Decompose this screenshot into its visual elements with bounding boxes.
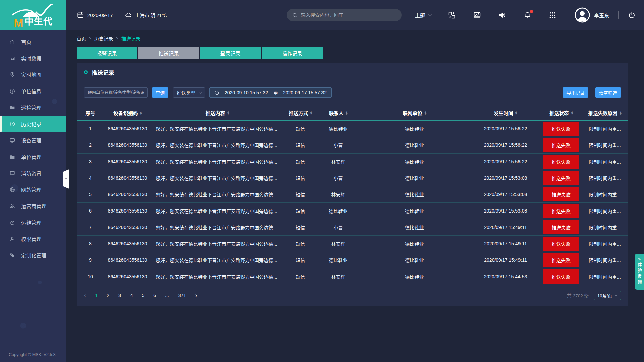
clear-filters-button[interactable]: 清空筛选 (595, 87, 621, 98)
sort-icon[interactable]: ▲▼ (346, 111, 347, 115)
cell-unit: 德比鞋业 (359, 191, 470, 198)
theme-select[interactable]: 主题 (415, 12, 431, 19)
clock-icon (214, 90, 219, 95)
table-row: 10864626043556130您好，您安装在德比鞋业下晋江市广安路野力中国旁… (77, 268, 628, 285)
tab-login-records[interactable]: 登录记录 (200, 47, 261, 59)
sort-icon[interactable]: ▲▼ (140, 111, 142, 115)
column-header-content[interactable]: 推送内容▲▼ (151, 109, 284, 116)
feedback-tab[interactable]: ✎ 体验反馈 (635, 254, 644, 290)
status-badge: 推送失败 (543, 171, 579, 185)
sidebar-item-inspection[interactable]: 巡检管理 (0, 99, 66, 116)
notification-bell-icon[interactable] (523, 11, 532, 19)
page-5[interactable]: 5 (142, 293, 145, 298)
sort-icon[interactable]: ▲▼ (515, 111, 517, 115)
date-end: 2020-09-17 15:57:32 (283, 90, 327, 95)
column-header-reason[interactable]: 推送失败原因▲▼ (581, 109, 628, 116)
date-range-picker[interactable]: 2020-09-10 15:57:32 至 2020-09-17 15:57:3… (209, 87, 332, 98)
sort-icon[interactable]: ▲▼ (227, 111, 229, 115)
breadcrumb-item[interactable]: 推送记录 (121, 35, 140, 42)
sidebar-item-ops[interactable]: 运维管理 (0, 214, 66, 231)
page-size-select[interactable]: 10条/页 (594, 291, 621, 300)
cell-device-id: 864626043556130 (104, 208, 151, 214)
logo-name: 中生代 (24, 14, 53, 27)
chevron-left-icon[interactable]: ‹ (84, 293, 86, 298)
column-header-time[interactable]: 发生时间▲▼ (470, 109, 541, 116)
cell-unit: 德比鞋业 (359, 158, 470, 165)
copyright: Copyright © MSK. V2.5.3 (0, 348, 66, 362)
cell-unit: 德比鞋业 (359, 257, 470, 263)
push-type-select[interactable]: 推送类型 (173, 87, 205, 98)
column-header-contact[interactable]: 联系人▲▼ (317, 109, 359, 116)
cell-content: 您好，您安装在德比鞋业下晋江市广安路野力中国旁边德... (151, 191, 284, 198)
sidebar-item-unit-info[interactable]: 单位信息 (0, 83, 66, 99)
globe-icon (9, 187, 15, 193)
chevron-right-icon[interactable]: › (195, 293, 197, 298)
sidebar-item-fire-news[interactable]: 消防资讯 (0, 165, 66, 181)
cell-device-id: 864626043556130 (104, 142, 151, 148)
tab-push-records[interactable]: 推送记录 (138, 47, 199, 59)
speaker-icon[interactable] (498, 11, 506, 19)
filter-actions: 导出记录 清空筛选 (563, 87, 621, 98)
report-chart-icon[interactable] (473, 11, 481, 19)
cell-index: 10 (77, 274, 104, 279)
sidebar-item-custom[interactable]: 定制化管理 (0, 247, 66, 263)
table-row: 9864626043556130您好，您安装在德比鞋业下晋江市广安路野力中国旁边… (77, 252, 628, 268)
sidebar-item-home[interactable]: 首页 (0, 34, 66, 50)
page-ellipsis[interactable]: ... (165, 293, 169, 298)
status-badge: 推送失败 (543, 220, 579, 234)
page-6[interactable]: 6 (153, 293, 156, 298)
filter-keyword-input[interactable] (84, 87, 148, 98)
sidebar-item-operator[interactable]: 运营商管理 (0, 198, 66, 214)
sort-icon[interactable]: ▲▼ (620, 111, 621, 115)
sidebar-item-label: 首页 (21, 38, 31, 45)
user-name[interactable]: 李玉东 (594, 12, 609, 19)
section-dot-icon (84, 70, 88, 74)
breadcrumb-item[interactable]: 首页 (77, 35, 86, 42)
sidebar-collapse-handle[interactable]: ≡ (63, 169, 69, 189)
page-4[interactable]: 4 (130, 293, 133, 298)
page-list: 123456...371 (95, 293, 186, 298)
column-header-device_id[interactable]: 设备识别码▲▼ (104, 109, 151, 116)
users-icon (9, 203, 15, 209)
sidebar-item-website[interactable]: 网站管理 (0, 181, 66, 198)
sidebar-item-realtime-map[interactable]: 实时地图 (0, 66, 66, 83)
cell-reason: 限制时间内重... (581, 240, 628, 247)
layout-switch-icon[interactable] (448, 11, 456, 19)
page-2[interactable]: 2 (107, 293, 109, 298)
weather-display: 上海市 阴 21℃ (125, 11, 167, 19)
page-3[interactable]: 3 (118, 293, 121, 298)
sidebar-item-permission[interactable]: 权限管理 (0, 231, 66, 247)
sidebar-item-label: 运维管理 (21, 219, 41, 226)
search-input[interactable] (301, 12, 396, 18)
status-badge: 推送失败 (543, 204, 579, 218)
tab-operation-records[interactable]: 操作记录 (262, 47, 323, 59)
query-button[interactable]: 查询 (152, 87, 168, 98)
sort-icon[interactable]: ▲▼ (424, 111, 426, 115)
sidebar-item-history[interactable]: 历史记录 (0, 116, 66, 132)
sidebar-item-unit[interactable]: 单位管理 (0, 148, 66, 165)
sidebar: M 中生代 首页实时数据实时地图单位信息巡检管理历史记录设备管理单位管理消防资讯… (0, 0, 66, 362)
avatar[interactable] (575, 7, 590, 23)
cell-index: 8 (77, 241, 104, 246)
sort-icon[interactable]: ▲▼ (571, 111, 573, 115)
cloud-icon (125, 11, 132, 19)
tab-alarm-records[interactable]: 报警记录 (77, 47, 137, 59)
tag-icon (9, 252, 15, 258)
page-371[interactable]: 371 (178, 293, 186, 298)
apps-grid-icon[interactable] (548, 11, 557, 19)
sidebar-item-device[interactable]: 设备管理 (0, 132, 66, 148)
power-icon[interactable] (628, 11, 636, 19)
cell-reason: 限制时间内重... (581, 207, 628, 214)
column-header-status[interactable]: 推送状态▲▼ (541, 109, 581, 116)
column-header-unit[interactable]: 联网单位▲▼ (359, 109, 470, 116)
sort-icon[interactable]: ▲▼ (310, 111, 312, 115)
export-button[interactable]: 导出记录 (563, 87, 588, 98)
cell-content: 您好，您安装在德比鞋业下晋江市广安路野力中国旁边德... (151, 158, 284, 165)
sidebar-item-realtime-data[interactable]: 实时数据 (0, 50, 66, 66)
breadcrumb-item[interactable]: 历史记录 (94, 35, 113, 42)
cell-method: 短信 (284, 191, 317, 198)
cell-contact: 小曹 (317, 224, 359, 231)
cell-status: 推送失败 (541, 155, 581, 169)
column-header-method[interactable]: 推送方式▲▼ (284, 109, 317, 116)
page-1[interactable]: 1 (95, 293, 98, 298)
